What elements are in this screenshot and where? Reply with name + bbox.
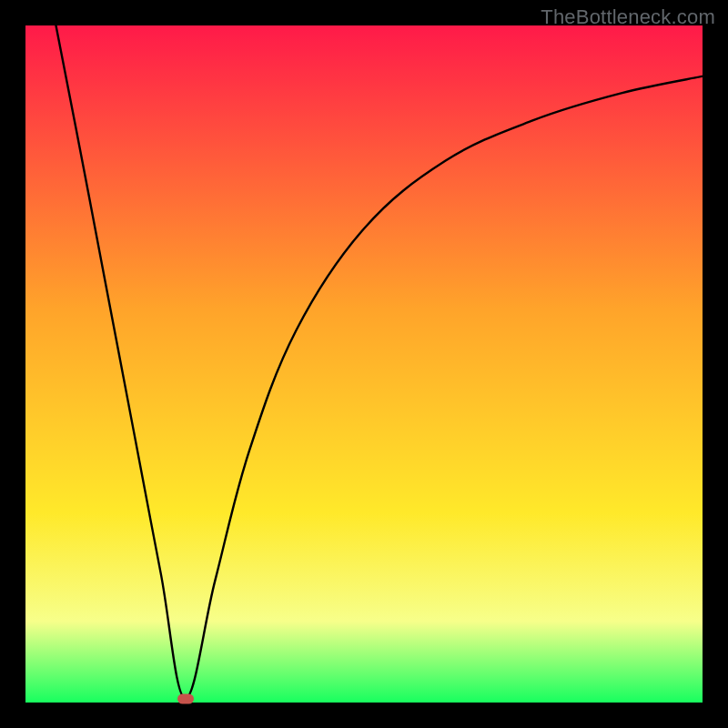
bottleneck-curve	[25, 25, 703, 703]
chart-frame: TheBottleneck.com	[0, 0, 728, 728]
minimum-marker	[177, 693, 194, 703]
plot-area	[25, 25, 703, 703]
